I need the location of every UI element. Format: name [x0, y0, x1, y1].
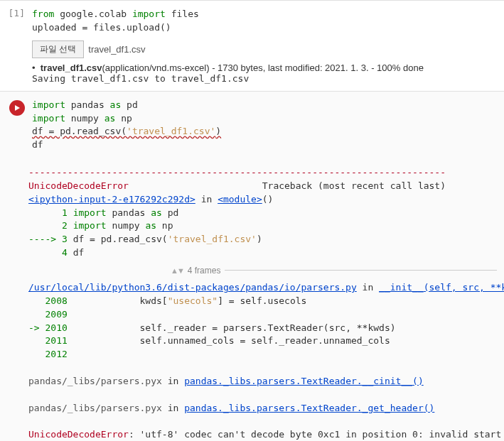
code-cell-2: import pandas as pd import numpy as np d… — [0, 91, 504, 159]
frames-expander[interactable]: ▲▼ 4 frames — [171, 266, 497, 276]
updown-icon: ▲▼ — [171, 266, 183, 275]
svg-marker-0 — [15, 105, 20, 111]
bullet-icon: • — [32, 62, 41, 73]
code-block[interactable]: from google.colab import files uploaded … — [32, 8, 497, 35]
saving-line: Saving travel_df1.csv to travel_df1.csv — [32, 73, 497, 84]
frames-label: 4 frames — [188, 266, 221, 276]
run-button[interactable] — [9, 100, 25, 116]
exec-count: [1] — [9, 8, 25, 18]
code-block[interactable]: import pandas as pd import numpy as np d… — [32, 99, 497, 152]
parsers-link[interactable]: /usr/local/lib/python3.6/dist-packages/p… — [28, 282, 357, 293]
uploaded-meta: (application/vnd.ms-excel) - 1730 bytes,… — [102, 62, 424, 73]
ipython-input-link[interactable]: <ipython-input-2-e176292c292d> — [28, 194, 195, 205]
code-cell-1: [1] from google.colab import files uploa… — [0, 0, 504, 91]
output-area: ----------------------------------------… — [0, 159, 504, 441]
file-chosen-name: travel_df1.csv — [88, 44, 145, 55]
traceback-frames: /usr/local/lib/python3.6/dist-packages/p… — [28, 281, 497, 441]
traceback: ----------------------------------------… — [28, 166, 497, 260]
file-choose-button[interactable]: 파일 선택 — [32, 40, 84, 58]
uploaded-filename: travel_df1.csv — [41, 62, 102, 73]
